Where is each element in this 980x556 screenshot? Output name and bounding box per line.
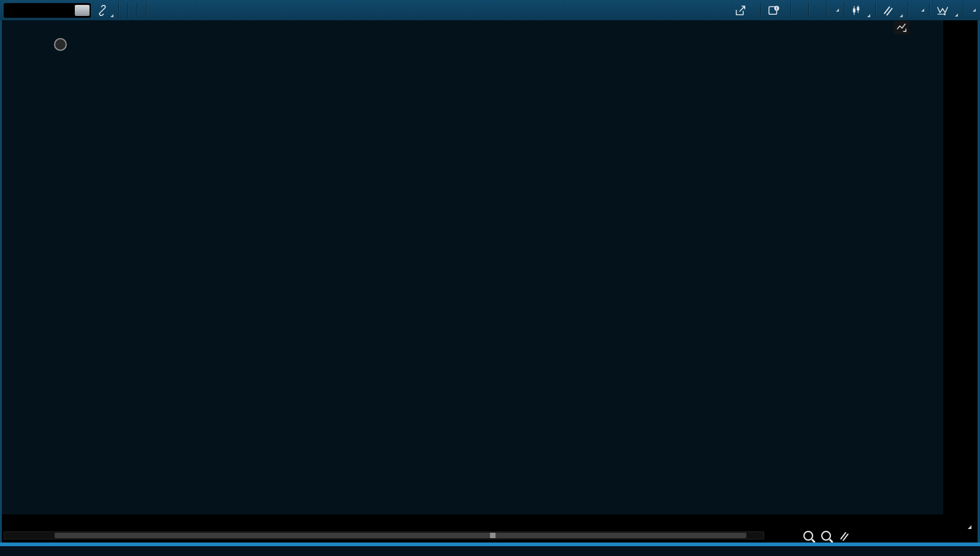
link-icon — [97, 5, 108, 16]
drawing-tools-icon[interactable] — [839, 531, 849, 541]
trading-platform-window: i — [0, 0, 980, 556]
svg-text:i: i — [776, 6, 778, 10]
patterns-button[interactable] — [934, 3, 959, 17]
warning-icon — [54, 38, 67, 51]
timeframe-button[interactable] — [831, 9, 840, 12]
style-button[interactable] — [849, 3, 871, 18]
window-accent-strip — [0, 542, 980, 546]
candlestick-icon — [851, 5, 861, 16]
bottom-status-bar — [0, 529, 980, 542]
share-button[interactable] — [732, 3, 756, 18]
settings-button[interactable] — [813, 9, 822, 12]
scrollbar-marker[interactable] — [490, 533, 496, 538]
drawings-button[interactable] — [880, 3, 903, 18]
chart-canvas[interactable] — [0, 0, 980, 556]
studies-button[interactable] — [913, 9, 925, 12]
chart-menu-button[interactable] — [968, 9, 976, 12]
analyze-button[interactable] — [795, 9, 804, 12]
share-icon — [735, 5, 746, 16]
notebook-button[interactable]: i — [765, 3, 786, 18]
notebook-info-icon: i — [768, 5, 780, 16]
window-frame-left — [0, 20, 2, 542]
chevron-down-icon[interactable] — [75, 5, 90, 16]
maximize-chart-icon — [896, 23, 907, 33]
link-channel-button[interactable] — [94, 3, 114, 18]
pattern-w-icon — [936, 5, 949, 15]
right-tab-strip — [943, 20, 978, 542]
drawings-icon — [882, 5, 894, 16]
maximize-chart-button[interactable] — [894, 21, 909, 34]
zoom-in-icon[interactable] — [803, 531, 813, 541]
zoom-out-icon[interactable] — [821, 531, 831, 541]
symbol-select[interactable] — [4, 3, 91, 18]
time-axis — [0, 514, 943, 529]
top-toolbar: i — [0, 0, 980, 20]
scrollbar-thumb[interactable] — [55, 533, 746, 538]
window-frame-right — [978, 20, 980, 542]
horizontal-scrollbar[interactable] — [4, 531, 764, 539]
